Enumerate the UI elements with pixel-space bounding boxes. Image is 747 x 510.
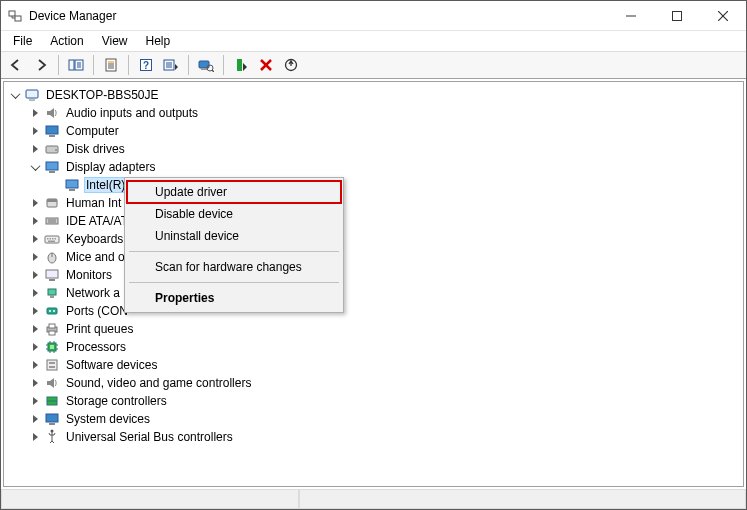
tree-node-monitors[interactable]: Monitors: [6, 266, 741, 284]
chevron-right-icon[interactable]: [28, 340, 42, 354]
chevron-right-icon[interactable]: [28, 250, 42, 264]
storage-icon: [44, 393, 60, 409]
chevron-right-icon[interactable]: [28, 196, 42, 210]
svg-rect-42: [46, 218, 58, 224]
tree-node-sound[interactable]: Sound, video and game controllers: [6, 374, 741, 392]
enable-device-button[interactable]: [230, 54, 252, 76]
tree-node-intel-hd-graphics[interactable]: Intel(R) HD Graphics 4600: [6, 176, 741, 194]
computer-icon: [24, 87, 40, 103]
chevron-right-icon[interactable]: [28, 232, 42, 246]
show-hide-tree-button[interactable]: [65, 54, 87, 76]
svg-rect-41: [47, 199, 57, 202]
svg-rect-33: [49, 135, 55, 137]
port-icon: [44, 303, 60, 319]
tree-node-display[interactable]: Display adapters: [6, 158, 741, 176]
menu-file[interactable]: File: [5, 33, 40, 49]
tree-node-label: Ports (CON: [64, 304, 130, 318]
tree-node-ports[interactable]: Ports (CON: [6, 302, 741, 320]
svg-rect-61: [49, 324, 55, 328]
menu-action[interactable]: Action: [42, 33, 91, 49]
tree-node-label: Monitors: [64, 268, 114, 282]
chevron-right-icon[interactable]: [28, 304, 42, 318]
menu-view[interactable]: View: [94, 33, 136, 49]
ide-icon: [44, 213, 60, 229]
forward-button[interactable]: [30, 54, 52, 76]
tree-node-ide[interactable]: IDE ATA/AT: [6, 212, 741, 230]
disk-icon: [44, 141, 60, 157]
chevron-right-icon[interactable]: [28, 376, 42, 390]
chevron-right-icon[interactable]: [28, 412, 42, 426]
properties-button[interactable]: [100, 54, 122, 76]
tree-node-usb[interactable]: Universal Serial Bus controllers: [6, 428, 741, 446]
tree-root-label: DESKTOP-BBS50JE: [44, 88, 161, 102]
back-button[interactable]: [5, 54, 27, 76]
tree-node-label: Keyboards: [64, 232, 125, 246]
tree-node-system[interactable]: System devices: [6, 410, 741, 428]
ctx-uninstall-device[interactable]: Uninstall device: [127, 225, 341, 247]
title-bar: Device Manager: [1, 1, 746, 31]
svg-rect-53: [46, 270, 58, 278]
device-tree[interactable]: DESKTOP-BBS50JE Audio inputs and outputs…: [4, 82, 743, 486]
chevron-right-icon[interactable]: [28, 358, 42, 372]
chevron-down-icon[interactable]: [8, 88, 22, 102]
help-button[interactable]: ?: [135, 54, 157, 76]
ctx-update-driver[interactable]: Update driver: [127, 181, 341, 203]
tree-node-processors[interactable]: Processors: [6, 338, 741, 356]
mouse-icon: [44, 249, 60, 265]
svg-rect-26: [237, 59, 242, 71]
tree-node-label: Disk drives: [64, 142, 127, 156]
tree-node-disk[interactable]: Disk drives: [6, 140, 741, 158]
scan-hardware-button[interactable]: [195, 54, 217, 76]
tree-node-storage[interactable]: Storage controllers: [6, 392, 741, 410]
svg-rect-23: [201, 68, 207, 70]
chevron-down-icon[interactable]: [28, 160, 42, 174]
ctx-properties[interactable]: Properties: [127, 287, 341, 309]
svg-rect-30: [26, 90, 38, 98]
svg-rect-62: [49, 331, 55, 335]
chevron-right-icon[interactable]: [28, 322, 42, 336]
tree-root[interactable]: DESKTOP-BBS50JE: [6, 86, 741, 104]
software-icon: [44, 357, 60, 373]
chevron-right-icon[interactable]: [28, 394, 42, 408]
svg-rect-73: [47, 360, 57, 370]
monitor-icon: [44, 267, 60, 283]
svg-rect-77: [46, 414, 58, 422]
chevron-right-icon[interactable]: [28, 214, 42, 228]
keyboard-icon: [44, 231, 60, 247]
chevron-right-icon[interactable]: [28, 286, 42, 300]
svg-rect-47: [50, 238, 52, 240]
tree-node-software[interactable]: Software devices: [6, 356, 741, 374]
chevron-right-icon[interactable]: [28, 124, 42, 138]
tree-node-label: Processors: [64, 340, 128, 354]
ctx-disable-device[interactable]: Disable device: [127, 203, 341, 225]
hid-icon: [44, 195, 60, 211]
svg-rect-54: [49, 279, 55, 281]
context-menu: Update driver Disable device Uninstall d…: [124, 177, 344, 313]
chevron-right-icon[interactable]: [28, 430, 42, 444]
ctx-scan-hardware[interactable]: Scan for hardware changes: [127, 256, 341, 278]
action-button[interactable]: [160, 54, 182, 76]
tree-node-mice[interactable]: Mice and o: [6, 248, 741, 266]
svg-point-79: [51, 430, 54, 433]
chevron-right-icon[interactable]: [28, 268, 42, 282]
maximize-button[interactable]: [654, 1, 700, 31]
chevron-right-icon[interactable]: [28, 106, 42, 120]
disable-device-button[interactable]: [255, 54, 277, 76]
chevron-right-icon[interactable]: [28, 142, 42, 156]
svg-point-58: [49, 310, 51, 312]
tree-node-audio[interactable]: Audio inputs and outputs: [6, 104, 741, 122]
tree-node-hid[interactable]: Human Int: [6, 194, 741, 212]
toolbar-separator: [223, 55, 224, 75]
printer-icon: [44, 321, 60, 337]
tree-node-label: Print queues: [64, 322, 135, 336]
tree-node-printq[interactable]: Print queues: [6, 320, 741, 338]
minimize-button[interactable]: [608, 1, 654, 31]
tree-node-keyboards[interactable]: Keyboards: [6, 230, 741, 248]
close-button[interactable]: [700, 1, 746, 31]
toolbar-separator: [128, 55, 129, 75]
svg-rect-11: [106, 59, 116, 71]
update-driver-button[interactable]: [280, 54, 302, 76]
menu-help[interactable]: Help: [138, 33, 179, 49]
tree-node-network[interactable]: Network a: [6, 284, 741, 302]
tree-node-computer[interactable]: Computer: [6, 122, 741, 140]
